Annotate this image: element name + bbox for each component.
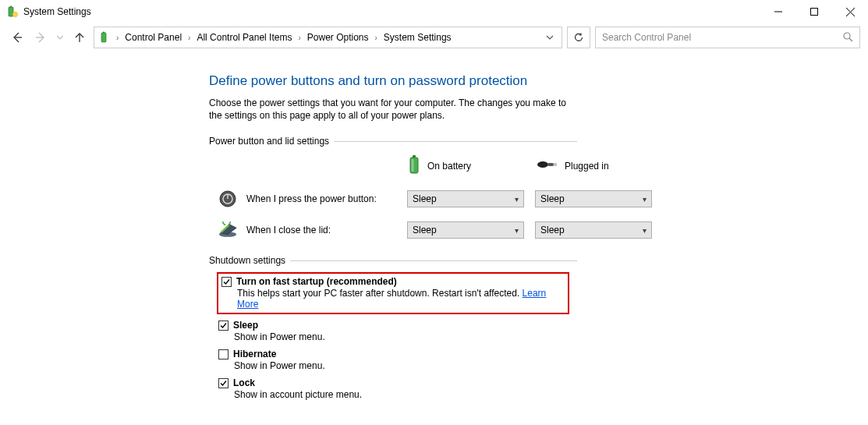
chevron-down-icon: ▾	[515, 195, 519, 204]
checkbox-lock[interactable]	[218, 378, 229, 388]
column-header-battery: On battery	[407, 154, 524, 177]
checkbox-description: Show in Power menu.	[234, 360, 576, 371]
back-button[interactable]	[8, 28, 27, 47]
main-content: Define power buttons and turn on passwor…	[0, 51, 577, 401]
breadcrumb-item[interactable]: All Control Panel Items	[193, 30, 295, 44]
page-heading: Define power buttons and turn on passwor…	[209, 73, 577, 89]
checkbox-description: Show in account picture menu.	[234, 389, 576, 400]
row-lid: When I close the lid:	[217, 221, 396, 239]
checkbox-hibernate[interactable]	[218, 349, 229, 359]
minimize-button[interactable]	[760, 0, 796, 23]
svg-rect-18	[547, 163, 554, 166]
column-header-plugged: Plugged in	[535, 158, 652, 173]
battery-icon	[407, 154, 421, 177]
checkbox-label: Sleep	[233, 320, 258, 331]
row-power-button: When I press the power button:	[217, 189, 396, 208]
chevron-right-icon[interactable]: ›	[298, 34, 300, 42]
plug-icon	[535, 158, 558, 173]
checkbox-sleep[interactable]	[218, 321, 229, 331]
shutdown-item-sleep: Sleep Show in Power menu.	[217, 319, 577, 343]
shutdown-settings-list: Turn on fast startup (recommended) This …	[217, 272, 577, 401]
section-power-title: Power button and lid settings	[209, 136, 577, 147]
chevron-right-icon[interactable]: ›	[116, 34, 119, 42]
checkbox-fast-startup[interactable]	[221, 277, 232, 287]
address-bar[interactable]: › Control Panel › All Control Panel Item…	[94, 27, 562, 48]
checkbox-label: Turn on fast startup (recommended)	[236, 276, 397, 287]
checkbox-description: Show in Power menu.	[234, 331, 576, 342]
svg-point-17	[537, 161, 548, 168]
recent-dropdown[interactable]	[55, 28, 66, 47]
page-description: Choose the power settings that you want …	[209, 97, 577, 122]
lid-icon	[217, 221, 239, 239]
shutdown-item-fast-startup: Turn on fast startup (recommended) This …	[217, 272, 569, 314]
window-title: System Settings	[23, 6, 91, 17]
svg-line-13	[849, 38, 852, 41]
chevron-down-icon: ▾	[643, 226, 647, 235]
breadcrumb-item[interactable]: Power Options	[304, 30, 372, 44]
svg-rect-4	[811, 9, 818, 16]
checkbox-label: Hibernate	[233, 349, 276, 359]
divider	[334, 141, 577, 142]
toolbar: › Control Panel › All Control Panel Item…	[0, 23, 868, 51]
svg-rect-15	[413, 155, 416, 158]
power-settings-grid: On battery Plugged in When	[217, 154, 577, 239]
select-lid-battery[interactable]: Sleep ▾	[407, 221, 524, 239]
up-button[interactable]	[70, 28, 89, 47]
section-shutdown-title: Shutdown settings	[209, 255, 577, 266]
window-titlebar: System Settings	[0, 0, 868, 23]
address-dropdown[interactable]	[541, 27, 558, 48]
control-panel-icon	[99, 31, 112, 44]
checkbox-description: This helps start your PC faster after sh…	[237, 288, 563, 310]
divider	[290, 260, 577, 261]
search-box[interactable]	[595, 27, 860, 48]
close-button[interactable]	[832, 0, 868, 23]
chevron-right-icon[interactable]: ›	[188, 34, 190, 42]
search-input[interactable]	[602, 32, 842, 43]
select-power-plugged[interactable]: Sleep ▾	[535, 190, 652, 207]
select-lid-plugged[interactable]: Sleep ▾	[535, 221, 652, 239]
svg-rect-10	[101, 33, 106, 42]
svg-point-2	[12, 12, 17, 16]
svg-rect-16	[412, 159, 414, 172]
svg-rect-11	[103, 32, 105, 33]
chevron-right-icon[interactable]: ›	[375, 34, 377, 42]
select-power-battery[interactable]: Sleep ▾	[407, 190, 524, 207]
refresh-button[interactable]	[567, 27, 590, 48]
breadcrumb-item[interactable]: Control Panel	[122, 30, 185, 44]
chevron-down-icon: ▾	[515, 226, 519, 235]
shutdown-item-lock: Lock Show in account picture menu.	[217, 377, 577, 401]
power-options-icon	[6, 5, 19, 18]
forward-button[interactable]	[31, 28, 50, 47]
breadcrumb-item[interactable]: System Settings	[381, 30, 455, 44]
chevron-down-icon: ▾	[643, 195, 647, 204]
svg-rect-1	[10, 6, 12, 8]
maximize-button[interactable]	[796, 0, 832, 23]
search-icon	[842, 31, 853, 44]
shutdown-item-hibernate: Hibernate Show in Power menu.	[217, 348, 577, 372]
power-button-icon	[217, 189, 239, 208]
svg-point-12	[844, 33, 850, 39]
checkbox-label: Lock	[233, 377, 255, 388]
